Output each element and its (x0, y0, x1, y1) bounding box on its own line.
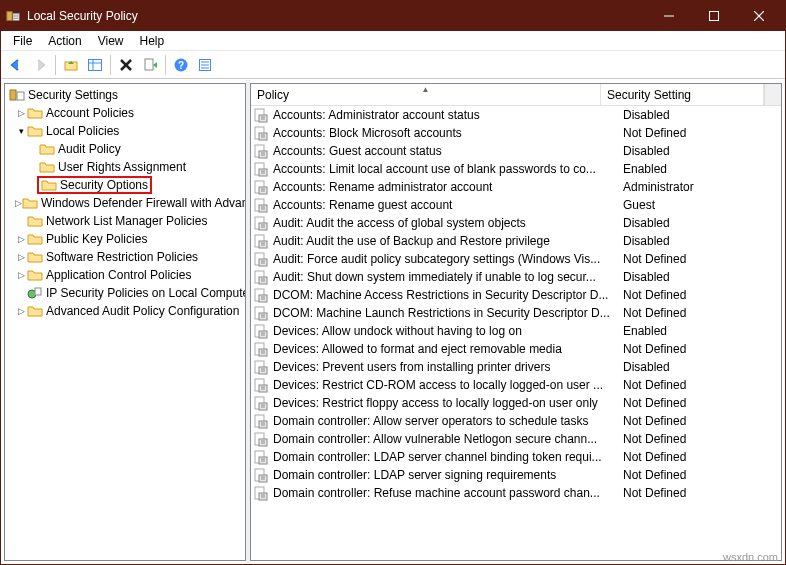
expander-open-icon[interactable]: ▾ (15, 125, 27, 137)
policy-name: Accounts: Limit local account use of bla… (273, 162, 617, 176)
security-settings-icon (9, 87, 25, 103)
policy-icon (253, 143, 269, 159)
folder-icon (39, 141, 55, 157)
list-row[interactable]: Accounts: Guest account statusDisabled (251, 142, 781, 160)
delete-button[interactable] (115, 54, 137, 76)
tree-network-list[interactable]: Network List Manager Policies (5, 212, 245, 230)
list-row[interactable]: Devices: Allow undock without having to … (251, 322, 781, 340)
list-row[interactable]: Accounts: Administrator account statusDi… (251, 106, 781, 124)
list-row[interactable]: Domain controller: Allow server operator… (251, 412, 781, 430)
policy-icon (253, 323, 269, 339)
tree-app-control[interactable]: ▷ Application Control Policies (5, 266, 245, 284)
svg-rect-15 (145, 59, 153, 70)
tree-software-restriction[interactable]: ▷ Software Restriction Policies (5, 248, 245, 266)
expander-icon[interactable]: ▷ (15, 233, 27, 245)
tree-advanced-audit[interactable]: ▷ Advanced Audit Policy Configuration (5, 302, 245, 320)
folder-icon (27, 267, 43, 283)
policy-name: Devices: Restrict CD-ROM access to local… (273, 378, 617, 392)
list-row[interactable]: Audit: Audit the access of global system… (251, 214, 781, 232)
list-row[interactable]: Accounts: Block Microsoft accountsNot De… (251, 124, 781, 142)
list-row[interactable]: Devices: Prevent users from installing p… (251, 358, 781, 376)
policy-setting: Enabled (617, 324, 781, 338)
policy-icon (253, 197, 269, 213)
minimize-button[interactable] (646, 2, 691, 30)
sort-asc-icon: ▲ (422, 85, 430, 94)
folder-icon (41, 177, 57, 193)
folder-icon (39, 159, 55, 175)
up-folder-button[interactable] (60, 54, 82, 76)
expander-icon[interactable]: ▷ (15, 107, 27, 119)
policy-icon (253, 251, 269, 267)
forward-button[interactable] (29, 54, 51, 76)
policy-setting: Not Defined (617, 486, 781, 500)
list-row[interactable]: Domain controller: LDAP server signing r… (251, 466, 781, 484)
tree-security-options[interactable]: Security Options (5, 176, 245, 194)
app-icon (5, 8, 21, 24)
menu-action[interactable]: Action (40, 32, 89, 50)
tree-audit-policy[interactable]: Audit Policy (5, 140, 245, 158)
folder-icon (27, 213, 43, 229)
list-row[interactable]: Domain controller: LDAP server channel b… (251, 448, 781, 466)
policy-setting: Not Defined (617, 396, 781, 410)
watermark: wsxdn.com (723, 551, 778, 563)
menu-file[interactable]: File (5, 32, 40, 50)
policy-setting: Disabled (617, 144, 781, 158)
list-pane: ▲ Policy Security Setting Accounts: Admi… (250, 83, 782, 561)
policy-setting: Guest (617, 198, 781, 212)
policy-setting: Not Defined (617, 432, 781, 446)
expander-icon[interactable]: ▷ (15, 305, 27, 317)
tree-firewall[interactable]: ▷ Windows Defender Firewall with Advance… (5, 194, 245, 212)
expander-icon[interactable]: ▷ (15, 197, 22, 209)
svg-rect-10 (89, 59, 102, 70)
policy-icon (253, 305, 269, 321)
show-tree-button[interactable] (84, 54, 106, 76)
list-body[interactable]: Accounts: Administrator account statusDi… (251, 106, 781, 560)
list-row[interactable]: Devices: Allowed to format and eject rem… (251, 340, 781, 358)
tree-user-rights[interactable]: User Rights Assignment (5, 158, 245, 176)
policy-icon (253, 161, 269, 177)
tree-ip-security[interactable]: IP Security Policies on Local Computer (5, 284, 245, 302)
list-row[interactable]: Devices: Restrict floppy access to local… (251, 394, 781, 412)
list-row[interactable]: Accounts: Limit local account use of bla… (251, 160, 781, 178)
policy-setting: Not Defined (617, 342, 781, 356)
tree-local-policies[interactable]: ▾ Local Policies (5, 122, 245, 140)
help-button[interactable]: ? (170, 54, 192, 76)
list-row[interactable]: Audit: Audit the use of Backup and Resto… (251, 232, 781, 250)
expander-icon[interactable]: ▷ (15, 269, 27, 281)
expander-icon[interactable]: ▷ (15, 251, 27, 263)
tree-account-policies[interactable]: ▷ Account Policies (5, 104, 245, 122)
tree-root[interactable]: Security Settings (5, 86, 245, 104)
column-policy[interactable]: ▲ Policy (251, 84, 601, 105)
policy-setting: Not Defined (617, 414, 781, 428)
maximize-button[interactable] (691, 2, 736, 30)
menubar: File Action View Help (1, 31, 785, 51)
export-button[interactable] (139, 54, 161, 76)
list-row[interactable]: Domain controller: Refuse machine accoun… (251, 484, 781, 502)
list-row[interactable]: DCOM: Machine Access Restrictions in Sec… (251, 286, 781, 304)
menu-help[interactable]: Help (132, 32, 173, 50)
list-row[interactable]: DCOM: Machine Launch Restrictions in Sec… (251, 304, 781, 322)
close-button[interactable] (736, 2, 781, 30)
list-row[interactable]: Domain controller: Allow vulnerable Netl… (251, 430, 781, 448)
back-button[interactable] (5, 54, 27, 76)
policy-icon (253, 341, 269, 357)
titlebar[interactable]: Local Security Policy (1, 1, 785, 31)
tree-pane[interactable]: Security Settings ▷ Account Policies ▾ L… (4, 83, 246, 561)
list-row[interactable]: Accounts: Rename guest accountGuest (251, 196, 781, 214)
list-row[interactable]: Accounts: Rename administrator accountAd… (251, 178, 781, 196)
list-row[interactable]: Audit: Force audit policy subcategory se… (251, 250, 781, 268)
policy-icon (253, 377, 269, 393)
policy-setting: Not Defined (617, 450, 781, 464)
properties-button[interactable] (194, 54, 216, 76)
list-row[interactable]: Devices: Restrict CD-ROM access to local… (251, 376, 781, 394)
policy-name: Audit: Shut down system immediately if u… (273, 270, 617, 284)
policy-icon (253, 215, 269, 231)
policy-setting: Administrator (617, 180, 781, 194)
tree-public-key[interactable]: ▷ Public Key Policies (5, 230, 245, 248)
menu-view[interactable]: View (90, 32, 132, 50)
policy-setting: Not Defined (617, 288, 781, 302)
policy-name: Devices: Allowed to format and eject rem… (273, 342, 617, 356)
policy-icon (253, 359, 269, 375)
column-setting[interactable]: Security Setting (601, 84, 764, 105)
list-row[interactable]: Audit: Shut down system immediately if u… (251, 268, 781, 286)
